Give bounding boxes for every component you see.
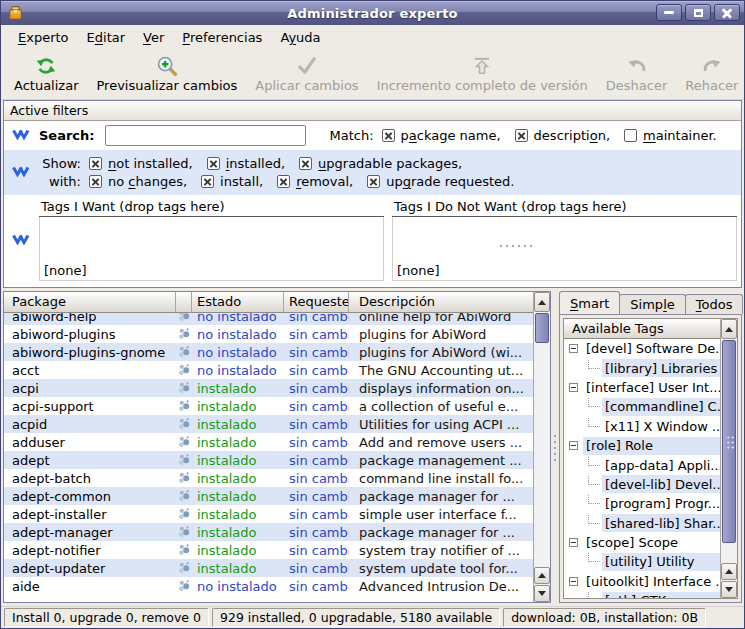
minimize-button[interactable] <box>656 4 682 21</box>
scrollbar-thumb[interactable] <box>722 340 736 543</box>
checkbox-installed[interactable] <box>207 157 220 170</box>
tag-tree-item[interactable]: [role] Role <box>564 436 720 455</box>
scroll-up-button[interactable] <box>534 292 550 312</box>
undo-button[interactable]: Deshacer <box>597 51 676 96</box>
vertical-splitter-handle[interactable] <box>551 291 559 605</box>
collapse-icon[interactable] <box>569 577 578 586</box>
with-label: with: <box>39 174 81 189</box>
table-row[interactable]: abiword-help no instalado sin cambi... o… <box>4 313 533 325</box>
tag-tree-item[interactable]: [shared-lib] Shar... <box>564 514 720 533</box>
table-row[interactable]: acpi-support instalado sin cambi... a co… <box>4 397 533 415</box>
tag-tree-item[interactable]: [commandline] C... <box>564 397 720 416</box>
apply-changes-button[interactable]: Aplicar cambios <box>246 51 367 96</box>
scroll-up-button[interactable] <box>534 567 550 584</box>
app-icon[interactable] <box>7 5 24 22</box>
horizontal-splitter-handle[interactable] <box>498 244 538 248</box>
filter-collapse-icon[interactable] <box>11 199 31 281</box>
tag-tree-item[interactable]: [program] Progr... <box>564 494 720 513</box>
table-row[interactable]: acpi instalado sin cambi... displays inf… <box>4 379 533 397</box>
match-description-option[interactable]: description, <box>515 128 610 143</box>
column-header-package[interactable]: Package <box>4 292 176 313</box>
tab-simple[interactable]: Simple <box>619 294 685 314</box>
checkbox-maintainer[interactable] <box>624 129 637 142</box>
scrollbar-trough[interactable] <box>721 543 737 563</box>
table-row[interactable]: adept instalado sin cambi... package man… <box>4 451 533 469</box>
checkbox-package-name[interactable] <box>382 129 395 142</box>
checkbox-removal[interactable] <box>277 175 290 188</box>
update-button[interactable]: Actualizar <box>5 51 87 96</box>
search-input[interactable] <box>105 125 306 146</box>
column-header-descripcion[interactable]: Descripción <box>349 292 533 313</box>
titlebar[interactable]: Administrador experto <box>1 1 744 25</box>
collapse-icon[interactable] <box>569 441 578 450</box>
tags-want-droparea[interactable]: [none] <box>39 217 384 281</box>
table-row[interactable]: acct no instalado sin cambi... The GNU A… <box>4 361 533 379</box>
tags-want-box: Tags I Want (drop tags here) [none] <box>39 199 384 281</box>
with-removal-option[interactable]: removal, <box>277 174 353 189</box>
checkbox-install[interactable] <box>201 175 214 188</box>
show-installed-option[interactable]: installed, <box>207 156 285 171</box>
preview-changes-button[interactable]: Previsualizar cambios <box>87 51 246 96</box>
table-row[interactable]: aide no instalado sin cambi... Advanced … <box>4 577 533 595</box>
tag-tree-item[interactable]: [x11] X Window ... <box>564 417 720 436</box>
menu-editar[interactable]: Editar <box>78 27 135 48</box>
table-row[interactable]: adept-batch instalado sin cambi... comma… <box>4 469 533 487</box>
column-header-requested[interactable]: Requested <box>284 292 349 313</box>
tag-tree-item[interactable]: [devel-lib] Devel... <box>564 475 720 494</box>
tag-tree-item[interactable]: [library] Libraries <box>564 358 720 377</box>
checkbox-no-changes[interactable] <box>89 175 102 188</box>
table-row[interactable]: abiword-plugins-gnome no instalado sin c… <box>4 343 533 361</box>
collapse-icon[interactable] <box>569 344 578 353</box>
table-row[interactable]: adduser instalado sin cambi... Add and r… <box>4 433 533 451</box>
full-upgrade-button[interactable]: Incremento completo de versión <box>368 51 597 96</box>
table-row[interactable]: abiword-plugins no instalado sin cambi..… <box>4 325 533 343</box>
checkbox-description[interactable] <box>515 129 528 142</box>
match-package-name-option[interactable]: package name, <box>382 128 501 143</box>
show-upgradable-option[interactable]: upgradable packages, <box>299 156 462 171</box>
scroll-down-button[interactable] <box>534 585 550 602</box>
column-header-icon[interactable] <box>176 292 192 313</box>
checkbox-not-installed[interactable] <box>89 157 102 170</box>
tag-tree-item[interactable]: [app-data] Appli... <box>564 455 720 474</box>
filter-collapse-icon[interactable] <box>11 129 31 142</box>
menu-ayuda[interactable]: Ayuda <box>271 27 329 48</box>
tab-todos[interactable]: Todos <box>685 294 744 314</box>
collapse-icon[interactable] <box>569 538 578 547</box>
scroll-up-button[interactable] <box>721 319 737 339</box>
filter-collapse-icon[interactable] <box>11 166 31 179</box>
table-row[interactable]: adept-manager instalado sin cambi... pac… <box>4 523 533 541</box>
with-no-changes-option[interactable]: no changes, <box>89 174 187 189</box>
maximize-button[interactable] <box>685 4 711 21</box>
tag-tree-item[interactable]: [uitoolkit] Interface ... <box>564 572 720 591</box>
menu-experto[interactable]: Experto <box>9 27 78 48</box>
tags-not-want-droparea[interactable]: [none] <box>392 217 737 281</box>
table-row[interactable]: adept-notifier instalado sin cambi... sy… <box>4 541 533 559</box>
checkbox-upgrade-requested[interactable] <box>367 175 380 188</box>
scrollbar-thumb[interactable] <box>535 313 549 343</box>
table-row[interactable]: adept-installer instalado sin cambi... s… <box>4 505 533 523</box>
checkbox-upgradable[interactable] <box>299 157 312 170</box>
collapse-icon[interactable] <box>569 383 578 392</box>
scroll-down-button[interactable] <box>721 581 737 598</box>
tab-smart[interactable]: Smart <box>559 291 620 314</box>
tag-tree-item[interactable]: [interface] User Int... <box>564 378 720 397</box>
menu-ver[interactable]: Ver <box>134 27 173 48</box>
tag-tree-item[interactable]: [devel] Software De... <box>564 339 720 358</box>
scrollbar-trough[interactable] <box>534 343 550 567</box>
tag-tree-item[interactable]: [gtk] GTK <box>564 591 720 598</box>
table-row[interactable]: adept-updater instalado sin cambi... sys… <box>4 559 533 577</box>
close-button[interactable] <box>714 4 740 21</box>
with-install-option[interactable]: install, <box>201 174 263 189</box>
match-maintainer-option[interactable]: maintainer. <box>624 128 717 143</box>
scroll-up-button[interactable] <box>721 563 737 580</box>
column-header-estado[interactable]: Estado <box>192 292 284 313</box>
available-tags-header[interactable]: Available Tags <box>564 319 737 339</box>
tag-tree-item[interactable]: [utility] Utility <box>564 552 720 571</box>
menu-preferencias[interactable]: Preferencias <box>173 27 271 48</box>
redo-button[interactable]: Rehacer <box>676 51 745 96</box>
tag-tree-item[interactable]: [scope] Scope <box>564 533 720 552</box>
table-row[interactable]: adept-common instalado sin cambi... pack… <box>4 487 533 505</box>
table-row[interactable]: acpid instalado sin cambi... Utilities f… <box>4 415 533 433</box>
with-upgrade-requested-option[interactable]: upgrade requested. <box>367 174 514 189</box>
show-not-installed-option[interactable]: not installed, <box>89 156 193 171</box>
